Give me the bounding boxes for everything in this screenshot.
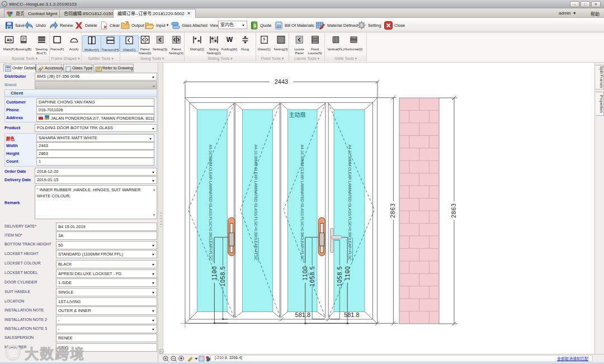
svg-text:A4-10.38MM CLEAR LAMINATED GLA: A4-10.38MM CLEAR LAMINATED GLASS FLSC+0.… [254,145,258,261]
svg-text:W: W [226,36,233,44]
svg-text:1058.5: 1058.5 [336,266,343,287]
svg-text:Ab: Ab [6,38,12,42]
svg-text:1100: 1100 [211,266,218,281]
svg-text:主动扇: 主动扇 [289,111,306,118]
svg-text:2863: 2863 [389,203,396,218]
svg-text:1058.5: 1058.5 [309,266,315,287]
svg-text:581.8: 581.8 [295,311,311,318]
svg-text:A4-10.38MM CLEAR LAMINATED GLA: A4-10.38MM CLEAR LAMINATED GLASS FLSC+0.… [209,145,213,261]
svg-text:$: $ [253,22,256,28]
svg-text:A4-10.38MM CLEAR LAMINATED GLA: A4-10.38MM CLEAR LAMINATED GLASS FLSC+0.… [348,145,352,261]
svg-text:A4-10.38MM CLEAR LAMINATED GLA: A4-10.38MM CLEAR LAMINATED GLASS FLSC+0.… [300,145,304,261]
svg-text:2863: 2863 [450,203,457,218]
svg-text:1100: 1100 [344,266,351,281]
svg-text:大数跨境: 大数跨境 [25,346,85,362]
svg-text:1058.5: 1058.5 [219,266,226,287]
svg-text:®: ® [20,346,23,351]
svg-text:2443: 2443 [275,78,288,85]
svg-text:581.8: 581.8 [344,311,360,318]
svg-text:1100: 1100 [301,266,308,281]
